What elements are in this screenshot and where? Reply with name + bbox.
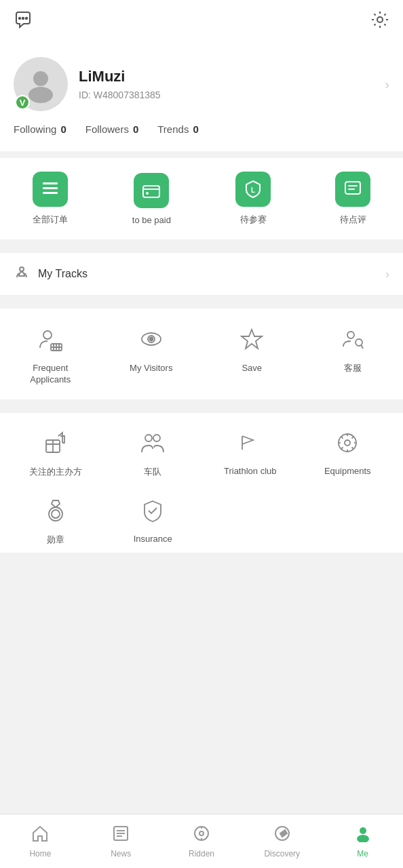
insurance-label: Insurance bbox=[134, 534, 172, 544]
nav-ridden[interactable]: Ridden bbox=[181, 825, 222, 859]
frequent-applicants[interactable]: Frequent Applicants bbox=[23, 322, 77, 386]
nav-home-label: Home bbox=[29, 849, 51, 859]
svg-line-33 bbox=[352, 437, 353, 438]
svg-point-25 bbox=[339, 434, 356, 452]
svg-point-35 bbox=[49, 507, 62, 521]
home-icon bbox=[31, 825, 49, 846]
svg-rect-8 bbox=[43, 192, 58, 194]
orders-grid: 全部订单 to be paid L bbox=[0, 172, 403, 226]
organizers-label: 关注的主办方 bbox=[29, 466, 82, 478]
links-grid: 关注的主办方 车队 bbox=[0, 427, 403, 546]
me-icon bbox=[354, 825, 372, 846]
insurance-icon bbox=[136, 494, 169, 527]
nav-me-label: Me bbox=[357, 849, 368, 859]
svg-marker-19 bbox=[242, 330, 262, 349]
nav-news[interactable]: News bbox=[100, 825, 141, 859]
organizers[interactable]: 关注的主办方 bbox=[7, 427, 104, 478]
svg-point-2 bbox=[26, 17, 27, 18]
nav-news-label: News bbox=[111, 849, 131, 859]
nav-me[interactable]: Me bbox=[343, 825, 383, 859]
order-all-label: 全部订单 bbox=[33, 214, 68, 226]
visitors-label: My Visitors bbox=[130, 363, 172, 374]
my-visitors[interactable]: My Visitors bbox=[124, 322, 178, 374]
followers-label: Followers bbox=[85, 123, 129, 135]
discovery-icon bbox=[273, 825, 291, 846]
triathlon-label: Triathlon club bbox=[224, 466, 277, 476]
profile-info: LiMuzi ID: W48007381385 bbox=[79, 68, 374, 100]
following-stat[interactable]: Following 0 bbox=[14, 123, 66, 135]
orders-section: 全部订单 to be paid L bbox=[0, 158, 403, 239]
chat-icon[interactable] bbox=[14, 10, 33, 34]
equipments-label: Equipments bbox=[324, 466, 371, 476]
insurance[interactable]: Insurance bbox=[104, 494, 202, 546]
svg-point-47 bbox=[360, 827, 366, 834]
order-pending-label: 待参赛 bbox=[240, 214, 267, 226]
svg-rect-6 bbox=[43, 182, 58, 184]
nav-ridden-label: Ridden bbox=[189, 849, 214, 859]
team[interactable]: 车队 bbox=[104, 427, 202, 478]
trends-stat[interactable]: Trends 0 bbox=[157, 123, 198, 135]
svg-point-5 bbox=[28, 87, 53, 103]
svg-rect-7 bbox=[43, 187, 58, 189]
medal[interactable]: 勋章 bbox=[7, 494, 104, 546]
order-all-icon bbox=[33, 172, 68, 207]
settings-icon[interactable] bbox=[370, 10, 389, 34]
profile-arrow[interactable]: › bbox=[385, 77, 389, 92]
save[interactable]: Save bbox=[225, 322, 279, 374]
svg-point-26 bbox=[345, 440, 350, 446]
quick-section: Frequent Applicants My Visitors bbox=[0, 309, 403, 399]
team-label: 车队 bbox=[144, 466, 161, 478]
links-section: 关注的主办方 车队 bbox=[0, 413, 403, 553]
svg-point-18 bbox=[149, 338, 153, 341]
nav-discovery-label: Discovery bbox=[264, 849, 300, 859]
my-visitors-icon bbox=[134, 322, 168, 356]
following-label: Following bbox=[14, 123, 56, 135]
followers-stat[interactable]: Followers 0 bbox=[85, 123, 139, 135]
ridden-icon bbox=[193, 825, 210, 846]
quick-grid: Frequent Applicants My Visitors bbox=[0, 322, 403, 386]
svg-point-23 bbox=[145, 435, 152, 441]
order-review-label: 待点评 bbox=[340, 214, 366, 226]
medal-label: 勋章 bbox=[47, 534, 64, 546]
svg-point-36 bbox=[52, 510, 60, 518]
order-review-icon bbox=[335, 172, 370, 207]
order-pending[interactable]: L 待参赛 bbox=[235, 172, 271, 226]
bottom-nav: Home News Ridden bbox=[0, 814, 403, 868]
nav-home[interactable]: Home bbox=[20, 825, 60, 859]
order-pending-icon: L bbox=[235, 172, 271, 207]
svg-point-4 bbox=[33, 71, 48, 86]
news-icon bbox=[112, 825, 130, 846]
svg-line-32 bbox=[352, 447, 353, 448]
triathlon-club[interactable]: Triathlon club bbox=[202, 427, 299, 478]
profile-id: ID: W48007381385 bbox=[79, 90, 374, 100]
organizers-icon bbox=[39, 427, 72, 459]
my-tracks[interactable]: My Tracks › bbox=[0, 253, 403, 295]
medal-icon bbox=[39, 494, 72, 527]
verified-badge: V bbox=[15, 95, 30, 110]
followers-count: 0 bbox=[133, 123, 138, 135]
avatar[interactable]: V bbox=[14, 57, 68, 111]
customer-service[interactable]: 客服 bbox=[326, 322, 380, 374]
order-all[interactable]: 全部订单 bbox=[33, 172, 68, 226]
svg-rect-12 bbox=[345, 182, 360, 194]
equipments[interactable]: Equipments bbox=[299, 427, 397, 478]
tracks-label: My Tracks bbox=[38, 268, 385, 280]
customer-service-icon bbox=[336, 322, 370, 356]
triathlon-icon bbox=[234, 427, 267, 459]
svg-line-34 bbox=[342, 447, 343, 448]
svg-point-14 bbox=[43, 331, 52, 339]
tracks-arrow: › bbox=[385, 267, 389, 281]
gray-area bbox=[0, 553, 403, 702]
nav-discovery[interactable]: Discovery bbox=[262, 825, 303, 859]
stats-row: Following 0 Followers 0 Trends 0 bbox=[14, 123, 389, 135]
trends-count: 0 bbox=[193, 123, 198, 135]
top-bar bbox=[0, 0, 403, 43]
frequent-applicants-icon bbox=[33, 322, 67, 356]
order-topay[interactable]: to be paid bbox=[132, 173, 171, 225]
svg-point-10 bbox=[146, 192, 149, 195]
trends-label: Trends bbox=[157, 123, 189, 135]
order-topay-label: to be paid bbox=[132, 215, 171, 225]
order-review[interactable]: 待点评 bbox=[335, 172, 370, 226]
svg-rect-9 bbox=[143, 186, 159, 197]
service-label: 客服 bbox=[344, 363, 362, 374]
